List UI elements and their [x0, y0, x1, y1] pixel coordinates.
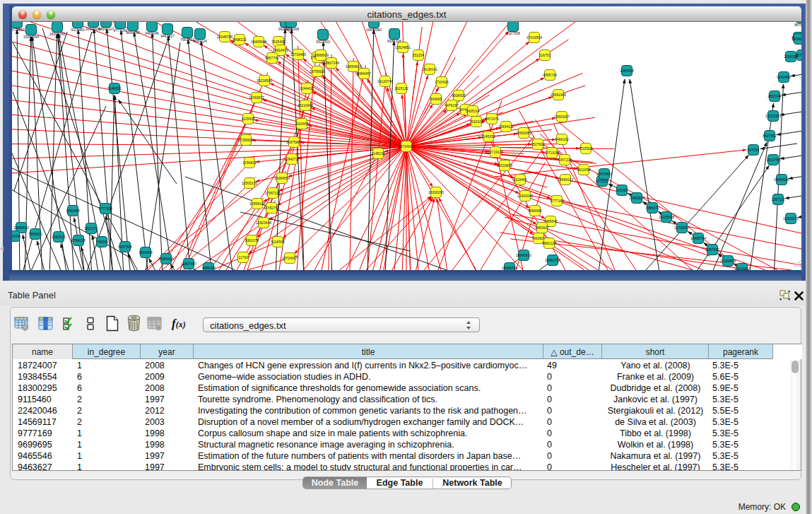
- svg-text:15720407: 15720407: [674, 226, 690, 230]
- svg-text:7357224: 7357224: [558, 158, 572, 162]
- svg-text:12942717: 12942717: [284, 157, 300, 161]
- svg-text:18300295: 18300295: [49, 32, 65, 36]
- svg-text:18724007: 18724007: [399, 144, 414, 148]
- svg-text:16782759: 16782759: [264, 206, 279, 210]
- svg-text:18300295: 18300295: [428, 190, 444, 194]
- svg-text:8878332: 8878332: [794, 23, 801, 27]
- svg-text:9384067: 9384067: [357, 71, 371, 76]
- svg-text:9699695: 9699695: [528, 209, 542, 213]
- svg-text:9242848: 9242848: [777, 75, 791, 79]
- svg-text:19384554: 19384554: [23, 35, 39, 39]
- svg-text:2367608: 2367608: [620, 69, 634, 73]
- svg-text:15888520: 15888520: [13, 226, 29, 230]
- svg-text:2935114: 2935114: [466, 109, 479, 113]
- svg-text:16409948: 16409948: [251, 40, 266, 44]
- svg-text:9777169: 9777169: [113, 28, 127, 33]
- svg-text:15716485: 15716485: [290, 52, 306, 57]
- svg-text:10807487: 10807487: [181, 262, 196, 266]
- svg-text:9146821: 9146821: [107, 86, 122, 90]
- svg-text:5938925: 5938925: [452, 93, 466, 98]
- svg-text:2005334: 2005334: [784, 54, 798, 59]
- svg-text:20691406: 20691406: [551, 93, 566, 97]
- svg-text:19463627: 19463627: [629, 196, 645, 200]
- svg-text:1990448: 1990448: [66, 209, 80, 213]
- svg-text:9465546: 9465546: [145, 31, 159, 35]
- svg-text:16033809: 16033809: [497, 163, 512, 168]
- svg-text:746266: 746266: [96, 240, 108, 244]
- svg-text:9463627: 9463627: [535, 226, 549, 230]
- svg-text:9327508: 9327508: [506, 31, 520, 35]
- svg-text:9463627: 9463627: [160, 34, 175, 38]
- svg-text:2020656: 2020656: [295, 122, 309, 126]
- svg-text:1615132: 1615132: [394, 86, 408, 90]
- svg-text:15300273: 15300273: [783, 216, 799, 221]
- svg-text:18807249: 18807249: [324, 61, 339, 65]
- svg-text:16648784: 16648784: [502, 266, 517, 270]
- svg-text:14569117: 14569117: [558, 177, 573, 182]
- svg-text:10688609: 10688609: [313, 53, 329, 57]
- svg-text:1733426: 1733426: [435, 80, 449, 84]
- svg-text:8660124: 8660124: [193, 39, 207, 43]
- svg-text:11700: 11700: [238, 255, 248, 259]
- svg-text:17016504: 17016504: [526, 35, 542, 40]
- svg-text:10046788: 10046788: [217, 35, 233, 39]
- svg-text:12093872: 12093872: [249, 95, 264, 100]
- svg-text:6497508: 6497508: [118, 245, 132, 249]
- svg-text:13226058: 13226058: [283, 27, 299, 31]
- svg-text:1527602: 1527602: [531, 142, 545, 146]
- svg-text:20364436: 20364436: [158, 257, 174, 261]
- svg-text:10719115: 10719115: [488, 150, 503, 154]
- svg-text:16120746: 16120746: [377, 79, 393, 83]
- svg-text:22420046: 22420046: [517, 194, 533, 198]
- svg-text:1824554: 1824554: [139, 250, 153, 255]
- svg-text:8471676: 8471676: [485, 117, 499, 121]
- svg-text:2803144: 2803144: [767, 94, 782, 98]
- svg-text:19756928: 19756928: [310, 69, 325, 74]
- svg-text:2087682: 2087682: [705, 247, 719, 252]
- svg-text:10653267: 10653267: [554, 115, 570, 119]
- svg-text:18724007: 18724007: [12, 28, 25, 32]
- svg-text:18640910: 18640910: [516, 253, 531, 257]
- svg-text:7663822: 7663822: [180, 37, 194, 42]
- svg-text:9327503: 9327503: [316, 40, 330, 44]
- svg-text:1156829: 1156829: [242, 160, 256, 165]
- svg-text:8813054: 8813054: [577, 168, 591, 172]
- svg-text:62160: 62160: [617, 188, 627, 192]
- svg-text:5498222: 5498222: [233, 37, 247, 42]
- svg-text:9115460: 9115460: [71, 28, 84, 32]
- svg-text:16210643: 16210643: [298, 103, 313, 107]
- svg-text:6479197: 6479197: [445, 103, 459, 107]
- svg-text:116753: 116753: [539, 53, 551, 57]
- svg-text:6466102: 6466102: [555, 137, 569, 141]
- svg-text:19654985: 19654985: [774, 177, 789, 182]
- svg-text:12213967: 12213967: [734, 267, 750, 270]
- svg-text:7625402: 7625402: [271, 40, 286, 44]
- svg-text:4055724: 4055724: [543, 73, 557, 77]
- svg-text:19166827: 19166827: [792, 37, 801, 41]
- svg-text:1610755: 1610755: [766, 158, 780, 162]
- svg-text:8660124: 8660124: [542, 241, 556, 245]
- svg-text:19218506: 19218506: [257, 78, 272, 83]
- svg-text:9777169: 9777169: [550, 199, 564, 203]
- svg-text:18724007: 18724007: [282, 256, 298, 260]
- svg-text:9218506: 9218506: [271, 240, 285, 244]
- svg-text:19384554: 19384554: [274, 176, 290, 180]
- svg-text:10973493: 10973493: [596, 172, 612, 176]
- svg-text:12505135: 12505135: [242, 181, 257, 185]
- svg-text:12213383: 12213383: [765, 114, 781, 118]
- svg-text:30975887: 30975887: [286, 140, 302, 144]
- svg-text:164095: 164095: [430, 97, 442, 101]
- svg-text:252254: 252254: [413, 53, 425, 57]
- svg-text:8427552: 8427552: [763, 134, 777, 138]
- svg-text:1061075: 1061075: [245, 238, 259, 243]
- svg-text:1822031: 1822031: [12, 234, 21, 238]
- svg-text:10654112: 10654112: [498, 124, 514, 129]
- svg-text:10025438: 10025438: [659, 215, 674, 219]
- svg-text:13524851: 13524851: [395, 45, 411, 49]
- svg-text:14569117: 14569117: [98, 27, 114, 31]
- svg-text:12923448: 12923448: [256, 221, 271, 225]
- svg-text:1621072: 1621072: [84, 226, 98, 230]
- svg-text:16713155: 16713155: [544, 151, 560, 155]
- svg-text:6794028: 6794028: [71, 238, 86, 243]
- svg-text:7386372: 7386372: [645, 206, 659, 210]
